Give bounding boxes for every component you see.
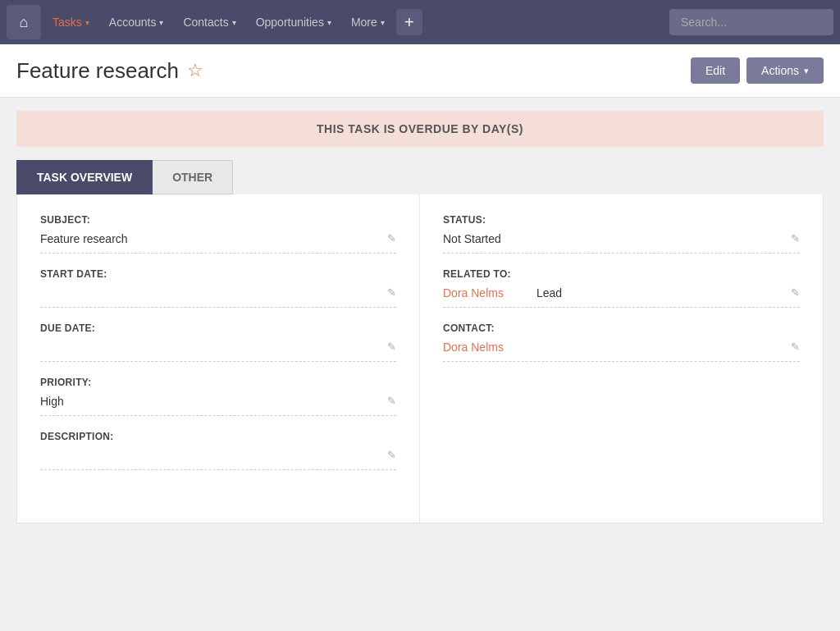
page-header: Feature research ☆ Edit Actions ▾: [0, 44, 840, 98]
tasks-chevron-icon: ▾: [85, 18, 89, 27]
field-subject: SUBJECT: Feature research ✎: [40, 214, 396, 254]
page-content: Feature research ☆ Edit Actions ▾ THIS T…: [0, 44, 840, 524]
field-priority: PRIORITY: High ✎: [40, 377, 396, 416]
overdue-banner: THIS TASK IS OVERDUE BY DAY(S): [16, 111, 824, 147]
related-to-inline: Dora Nelms Lead: [443, 286, 562, 299]
header-actions: Edit Actions ▾: [691, 57, 824, 84]
actions-chevron-icon: ▾: [804, 66, 809, 76]
edit-button[interactable]: Edit: [691, 57, 740, 84]
tab-other[interactable]: OTHER: [153, 160, 233, 194]
field-description: DESCRIPTION: ✎: [40, 431, 396, 470]
subject-edit-icon[interactable]: ✎: [387, 232, 396, 245]
title-area: Feature research ☆: [16, 58, 203, 84]
related-to-edit-icon[interactable]: ✎: [791, 286, 800, 299]
contact-label: CONTACT:: [443, 322, 800, 334]
page-title: Feature research: [16, 58, 179, 84]
tab-task-overview[interactable]: TASK OVERVIEW: [16, 160, 153, 194]
field-related-to: RELATED TO: Dora Nelms Lead ✎: [443, 268, 800, 308]
description-value-row: ✎: [40, 447, 396, 470]
detail-col-left: SUBJECT: Feature research ✎ START DATE: …: [17, 194, 420, 523]
due-date-edit-icon[interactable]: ✎: [387, 341, 396, 353]
field-start-date: START DATE: ✎: [40, 268, 396, 308]
priority-label: PRIORITY:: [40, 377, 396, 388]
detail-grid: SUBJECT: Feature research ✎ START DATE: …: [17, 194, 823, 523]
priority-edit-icon[interactable]: ✎: [387, 395, 396, 407]
actions-button[interactable]: Actions ▾: [746, 57, 824, 84]
status-label: STATUS:: [443, 214, 800, 226]
nav-item-opportunities[interactable]: Opportunities ▾: [248, 11, 340, 34]
more-chevron-icon: ▾: [381, 18, 385, 27]
contacts-chevron-icon: ▾: [232, 18, 236, 27]
nav-item-accounts[interactable]: Accounts ▾: [101, 11, 172, 34]
status-edit-icon[interactable]: ✎: [791, 232, 800, 245]
favorite-star-icon[interactable]: ☆: [187, 60, 203, 81]
due-date-label: DUE DATE:: [40, 322, 396, 334]
add-button[interactable]: +: [396, 9, 422, 35]
home-button[interactable]: ⌂: [7, 5, 41, 39]
status-value-row: Not Started ✎: [443, 231, 800, 254]
nav-item-contacts[interactable]: Contacts ▾: [175, 11, 244, 34]
detail-col-right: STATUS: Not Started ✎ RELATED TO: Dora N…: [420, 194, 823, 523]
subject-value: Feature research: [40, 232, 128, 245]
accounts-chevron-icon: ▾: [159, 18, 163, 27]
contact-value[interactable]: Dora Nelms: [443, 341, 504, 354]
priority-value: High: [40, 395, 64, 408]
related-to-type: Lead: [536, 286, 562, 299]
description-edit-icon[interactable]: ✎: [387, 449, 396, 461]
contact-value-row: Dora Nelms ✎: [443, 339, 800, 362]
priority-value-row: High ✎: [40, 393, 396, 416]
related-to-name[interactable]: Dora Nelms: [443, 286, 504, 299]
due-date-value-row: ✎: [40, 339, 396, 362]
detail-card: SUBJECT: Feature research ✎ START DATE: …: [16, 194, 824, 524]
search-input[interactable]: [669, 9, 833, 35]
start-date-value-row: ✎: [40, 285, 396, 308]
start-date-label: START DATE:: [40, 268, 396, 280]
contact-edit-icon[interactable]: ✎: [791, 341, 800, 353]
nav-item-tasks[interactable]: Tasks ▾: [44, 11, 98, 34]
tabs-container: TASK OVERVIEW OTHER: [0, 160, 840, 194]
opportunities-chevron-icon: ▾: [327, 18, 331, 27]
related-to-value-row: Dora Nelms Lead ✎: [443, 285, 800, 308]
field-due-date: DUE DATE: ✎: [40, 322, 396, 362]
field-contact: CONTACT: Dora Nelms ✎: [443, 322, 800, 362]
field-status: STATUS: Not Started ✎: [443, 214, 800, 254]
start-date-edit-icon[interactable]: ✎: [387, 286, 396, 299]
subject-label: SUBJECT:: [40, 214, 396, 226]
status-value: Not Started: [443, 232, 501, 245]
nav-item-more[interactable]: More ▾: [343, 11, 393, 34]
related-to-label: RELATED TO:: [443, 268, 800, 280]
navbar: ⌂ Tasks ▾ Accounts ▾ Contacts ▾ Opportun…: [0, 0, 840, 44]
description-label: DESCRIPTION:: [40, 431, 396, 442]
subject-value-row: Feature research ✎: [40, 231, 396, 254]
